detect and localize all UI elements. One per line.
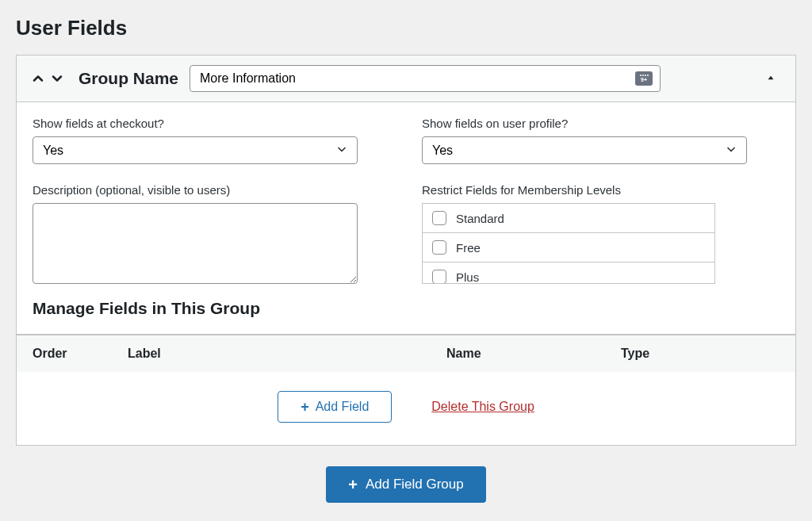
page-title: User Fields [16,16,796,40]
column-header-name: Name [446,347,621,361]
password-manager-icon[interactable]: 9+ [635,71,653,86]
move-buttons [29,70,66,87]
add-field-label: Add Field [316,400,370,414]
footer-actions: + Add Field Group [16,446,796,509]
add-field-group-button[interactable]: + Add Field Group [326,466,485,503]
level-label: Plus [456,270,479,284]
move-down-button[interactable] [48,70,66,87]
add-group-label: Add Field Group [366,477,464,492]
description-label: Description (optional, visible to users) [33,183,390,197]
show-checkout-field: Show fields at checkout? Yes [33,117,390,164]
group-name-input-wrapper: 9+ [190,65,661,92]
list-item[interactable]: Free [423,233,714,262]
show-profile-select[interactable]: Yes [422,136,747,164]
group-header: Group Name 9+ [17,56,795,102]
description-textarea[interactable] [33,203,358,284]
list-item[interactable]: Plus [423,262,714,284]
add-field-button[interactable]: + Add Field [278,391,392,423]
column-header-order: Order [33,347,128,361]
field-group-panel: Group Name 9+ Show fields at checkout? Y… [16,55,796,446]
triangle-up-icon [765,72,776,83]
checkbox[interactable] [432,240,446,255]
restrict-levels-label: Restrict Fields for Membership Levels [422,183,779,197]
plus-icon: + [348,477,358,492]
show-profile-label: Show fields on user profile? [422,117,779,130]
restrict-levels-list: Standard Free Plus [422,203,715,284]
chevron-down-icon [49,71,65,86]
delete-group-link[interactable]: Delete This Group [431,400,534,414]
fields-table-header: Order Label Name Type [17,334,795,372]
group-body: Show fields at checkout? Yes Show fields… [17,102,795,334]
chevron-up-icon [30,71,46,86]
plus-icon: + [301,400,309,414]
group-name-label: Group Name [79,69,178,88]
show-checkout-label: Show fields at checkout? [33,117,390,130]
checkbox[interactable] [432,270,446,284]
column-header-label: Label [128,347,446,361]
show-checkout-select[interactable]: Yes [33,136,358,164]
group-name-input[interactable] [190,65,661,92]
level-label: Standard [456,212,504,225]
collapse-toggle-button[interactable] [765,72,776,86]
move-up-button[interactable] [29,70,47,87]
column-header-type: Type [621,347,779,361]
checkbox[interactable] [432,211,446,225]
list-item[interactable]: Standard [423,204,714,233]
show-profile-field: Show fields on user profile? Yes [422,117,779,164]
restrict-levels-field: Restrict Fields for Membership Levels St… [422,183,779,286]
manage-fields-heading: Manage Fields in This Group [33,299,779,318]
fields-actions-row: + Add Field Delete This Group [17,372,795,445]
description-field: Description (optional, visible to users) [33,183,390,286]
level-label: Free [456,241,481,255]
